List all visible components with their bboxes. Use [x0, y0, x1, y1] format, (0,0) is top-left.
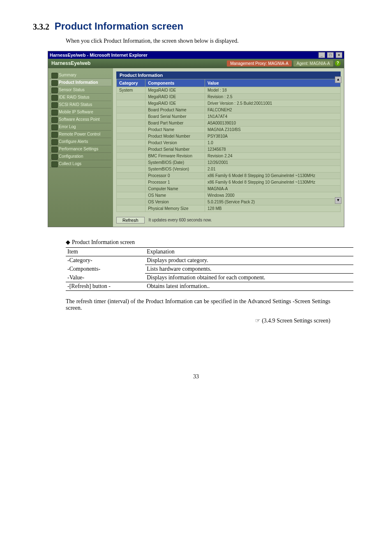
table-cell [117, 126, 145, 133]
window-controls: _ □ × [318, 52, 342, 58]
table-row: Physical Memory Size128 MB [117, 205, 341, 212]
sidebar-item-performance-settings[interactable]: Performance Settings [50, 145, 111, 153]
table-cell [117, 179, 145, 185]
sidebar-item-sensor-status[interactable]: Sensor Status [50, 86, 111, 94]
agent-pill: Agent: MAGNIA-A [293, 60, 333, 67]
table-cell: OS Name [145, 192, 205, 198]
table-cell [117, 159, 145, 166]
table-cell [117, 166, 145, 172]
table-row: SystemBIOS (Date)12/26/2001 [117, 159, 341, 166]
explain-head-explanation: Explanation [145, 247, 353, 256]
table-cell [117, 152, 145, 159]
table-cell: 2.01 [205, 166, 341, 172]
page-number: 33 [33, 373, 359, 380]
sidebar-item-error-log[interactable]: Error Log [50, 123, 111, 131]
sidebar: Summary Product Information Sensor Statu… [48, 68, 113, 227]
table-cell [117, 113, 145, 120]
sidebar-item-ide-raid-status[interactable]: IDE RAID Status [50, 94, 111, 101]
table-cell [117, 146, 145, 152]
table-cell: Product Name [145, 126, 205, 133]
body-paragraph: The refresh timer (interval) of the Prod… [66, 298, 330, 311]
sidebar-item-mobile-ip-software[interactable]: Mobile IP Software [50, 108, 111, 116]
close-button[interactable]: × [336, 52, 342, 58]
window-titlebar: HarnessEye/web - Microsoft Internet Expl… [48, 51, 344, 59]
col-value: Value [205, 79, 341, 87]
table-cell: 12345678 [205, 146, 341, 152]
table-row: Processor 1x86 Family 6 Model 8 Stepping… [117, 179, 341, 185]
table-cell: x86 Family 6 Model 8 Stepping 10 Genuine… [205, 172, 341, 179]
intro-paragraph: When you click Product Information, the … [66, 38, 359, 44]
explain-item: -Components- [66, 265, 145, 273]
table-cell [117, 205, 145, 212]
pointer-icon: ☞ [255, 318, 262, 324]
explain-item: -[Refresh] button - [66, 282, 145, 290]
table-cell: Processor 1 [145, 179, 205, 185]
table-cell: Processor 0 [145, 172, 205, 179]
table-row: MegaRAID IDEDriver Version : 2.5 Build:2… [117, 100, 341, 106]
explain-item: -Category- [66, 256, 145, 265]
caption-text: Product Information screen [72, 239, 135, 245]
table-cell: x86 Family 6 Model 8 Stepping 10 Genuine… [205, 179, 341, 185]
scroll-up-button[interactable]: ▲ [335, 76, 341, 83]
sidebar-item-summary[interactable]: Summary [50, 71, 111, 79]
table-cell [117, 120, 145, 126]
table-cell: 5.0.2195 (Service Pack 2) [205, 198, 341, 205]
table-cell: Physical Memory Size [145, 205, 205, 212]
table-row: Product Model NumberPSY3810A [117, 133, 341, 139]
table-cell: Computer Name [145, 185, 205, 192]
table-row: Product NameMAGNIA Z310/BS [117, 126, 341, 133]
table-cell: Revision 2.24 [205, 152, 341, 159]
col-category: Category [117, 79, 145, 87]
crossref-text: (3.4.9 Screen Settings screen) [262, 318, 330, 324]
panel-title: Product Information [116, 71, 341, 79]
table-cell: Product Version [145, 139, 205, 146]
table-row: BMC Firmware RevisionRevision 2.24 [117, 152, 341, 159]
explanation-table: Item Explanation -Category- Displays pro… [66, 247, 353, 291]
scroll-down-button[interactable]: ▼ [335, 197, 341, 204]
table-cell: SystemBIOS (Version) [145, 166, 205, 172]
refresh-button[interactable]: Refresh [116, 217, 145, 223]
product-info-table: Category Components Value SystemMegaRAID… [116, 79, 341, 212]
table-cell: Product Model Number [145, 133, 205, 139]
table-cell: Driver Version : 2.5 Build:20011001 [205, 100, 341, 106]
table-row: Product Version1.0 [117, 139, 341, 146]
sidebar-item-configure-alerts[interactable]: Configure Alerts [50, 138, 111, 145]
sidebar-item-product-information[interactable]: Product Information [50, 79, 111, 86]
sidebar-item-software-access-point[interactable]: Software Access Point [50, 116, 111, 123]
section-heading: 3.3.2 Product Information screen [33, 21, 359, 32]
explain-value: Displays information obtained for each c… [145, 273, 353, 282]
ie-window: HarnessEye/web - Microsoft Internet Expl… [48, 51, 344, 227]
table-cell [117, 192, 145, 198]
help-icon[interactable]: ? [335, 60, 341, 66]
table-cell: Product Serial Number [145, 146, 205, 152]
table-cell: Revision : 2.5 [205, 93, 341, 100]
table-cell: Windows 2000 [205, 192, 341, 198]
refresh-row: Refresh It updates every 600 seconds now… [116, 217, 341, 223]
table-cell: Board Product Name [145, 106, 205, 113]
table-row: SystemBIOS (Version)2.01 [117, 166, 341, 172]
sidebar-item-scsi-raid-status[interactable]: SCSI RAID Status [50, 101, 111, 108]
sidebar-item-remote-power-control[interactable]: Remote Power Control [50, 131, 111, 138]
table-row: Board Product NameFALCONEH2 [117, 106, 341, 113]
maximize-button[interactable]: □ [327, 52, 334, 58]
window-title: HarnessEye/web - Microsoft Internet Expl… [50, 53, 148, 58]
sidebar-item-configuration[interactable]: Configuration [50, 153, 111, 160]
section-title: Product Information screen [55, 21, 183, 32]
table-cell [117, 185, 145, 192]
table-cell: A5A000139010 [205, 120, 341, 126]
app-topbar: HarnessEye/web Management Proxy: MAGNIA-… [48, 59, 344, 68]
col-components: Components [145, 79, 205, 87]
minimize-button[interactable]: _ [318, 52, 325, 58]
table-cell: System [117, 87, 145, 93]
table-cell: 128 MB [205, 205, 341, 212]
table-cell: PSY3810A [205, 133, 341, 139]
content-area: ▲ ▼ Product Information Category Compone… [113, 68, 344, 227]
table-cell: SystemBIOS (Date) [145, 159, 205, 166]
table-cell: MegaRAID IDE [145, 100, 205, 106]
sidebar-item-collect-logs[interactable]: Collect Logs [50, 160, 111, 168]
explain-item: -Value- [66, 273, 145, 282]
table-cell: Board Part Number [145, 120, 205, 126]
section-number: 3.3.2 [33, 22, 49, 31]
explain-value: Obtains latest information.. [145, 282, 353, 290]
table-cell: 1.0 [205, 139, 341, 146]
